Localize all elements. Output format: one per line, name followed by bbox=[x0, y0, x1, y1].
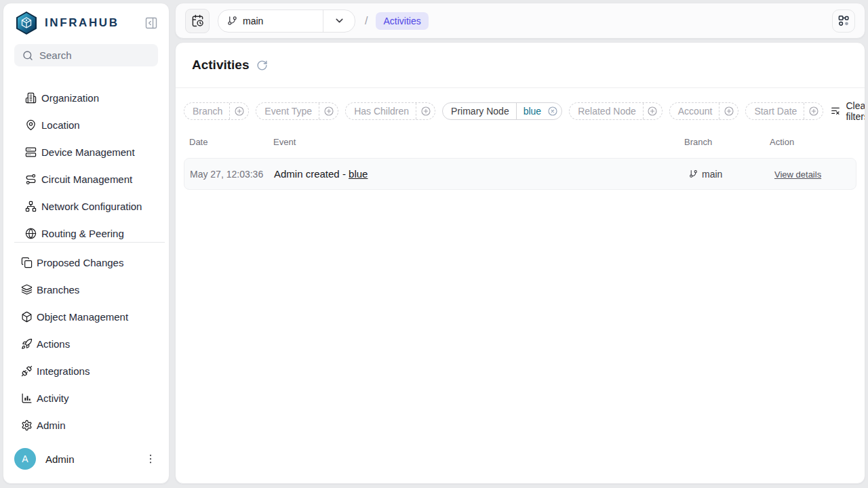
filter-chip-label: Primary Node bbox=[443, 103, 516, 119]
main-content: Activities Branch Event Type Has Childre… bbox=[175, 42, 865, 484]
sidebar-item-activity[interactable]: Activity bbox=[3, 384, 169, 411]
sidebar-item-label: Location bbox=[41, 119, 80, 131]
infrahub-logo-icon bbox=[14, 11, 39, 35]
breadcrumb-current[interactable]: Activities bbox=[376, 12, 428, 30]
add-filter-icon[interactable] bbox=[416, 103, 435, 119]
cell-action: View details bbox=[774, 168, 856, 180]
sidebar-item-label: Actions bbox=[37, 338, 70, 350]
filter-chip-label: Account bbox=[670, 103, 719, 119]
sidebar-item-object-management[interactable]: Object Management bbox=[3, 303, 169, 330]
sidebar-item-network-configuration[interactable]: Network Configuration bbox=[3, 192, 169, 220]
sidebar-item-admin[interactable]: Admin bbox=[3, 411, 169, 439]
git-branch-icon bbox=[689, 169, 698, 178]
sidebar-nav-schema: Organization Location Device Management … bbox=[3, 84, 169, 242]
remove-filter-icon[interactable] bbox=[544, 103, 561, 119]
building-icon bbox=[25, 92, 37, 104]
globe-icon bbox=[25, 228, 37, 239]
column-header-action: Action bbox=[770, 137, 851, 147]
sidebar-item-proposed-changes[interactable]: Proposed Changes bbox=[3, 249, 169, 276]
chevron-down-icon bbox=[334, 15, 345, 26]
clear-filters-button[interactable]: Clear filters bbox=[830, 100, 865, 122]
filter-chip-event-type[interactable]: Event Type bbox=[256, 102, 338, 120]
panel-collapse-icon bbox=[144, 16, 158, 30]
sidebar-item-label: Branches bbox=[37, 284, 79, 296]
filter-chip-label: Branch bbox=[184, 103, 229, 119]
event-text: Admin created - bbox=[274, 168, 349, 180]
table-row[interactable]: May 27, 12:03:36 Admin created - blue ma… bbox=[184, 158, 856, 190]
schema-workflow-button[interactable] bbox=[832, 9, 855, 33]
sidebar-item-label: Network Configuration bbox=[41, 201, 142, 212]
sidebar-item-routing-peering[interactable]: Routing & Peering bbox=[3, 220, 169, 242]
filter-chip-label: Start Date bbox=[746, 103, 804, 119]
add-filter-icon[interactable] bbox=[230, 103, 248, 119]
time-travel-button[interactable] bbox=[185, 9, 210, 33]
git-branch-icon bbox=[227, 16, 237, 26]
cell-date: May 27, 12:03:36 bbox=[190, 169, 274, 180]
event-node-link[interactable]: blue bbox=[349, 168, 368, 180]
sidebar-divider bbox=[14, 242, 165, 243]
table-header-row: Date Event Branch Action bbox=[184, 130, 856, 157]
sidebar-item-label: Object Management bbox=[37, 311, 128, 323]
add-filter-icon[interactable] bbox=[644, 103, 662, 119]
sidebar-collapse-button[interactable] bbox=[143, 15, 159, 31]
sidebar-item-circuit-management[interactable]: Circuit Management bbox=[3, 165, 169, 192]
filter-chip-label: Related Node bbox=[570, 103, 643, 119]
filter-chip-start-date[interactable]: Start Date bbox=[745, 102, 823, 120]
filter-chip-account[interactable]: Account bbox=[669, 102, 739, 120]
search-input-container[interactable]: ^K bbox=[14, 44, 158, 66]
add-filter-icon[interactable] bbox=[719, 103, 738, 119]
page-title: Activities bbox=[192, 58, 249, 73]
sidebar-item-location[interactable]: Location bbox=[3, 111, 169, 138]
kebab-menu-icon bbox=[144, 453, 157, 465]
refresh-icon bbox=[256, 60, 268, 71]
profile-menu-button[interactable] bbox=[143, 451, 158, 466]
route-icon bbox=[25, 174, 37, 185]
cube-icon bbox=[21, 311, 33, 323]
avatar: A bbox=[14, 448, 36, 470]
filter-chip-label: Has Children bbox=[346, 103, 416, 119]
gear-icon bbox=[21, 420, 33, 431]
filter-chip-has-children[interactable]: Has Children bbox=[345, 102, 435, 120]
filters-bar: Branch Event Type Has Children Primary N… bbox=[176, 88, 865, 130]
sidebar-item-label: Device Management bbox=[41, 146, 135, 158]
topbar: main / Activities bbox=[175, 3, 865, 39]
search-input[interactable] bbox=[39, 49, 174, 61]
sidebar-item-organization[interactable]: Organization bbox=[3, 84, 169, 111]
network-icon bbox=[25, 201, 37, 212]
brand-wordmark: INFRAHUB bbox=[45, 16, 143, 30]
filter-x-icon bbox=[830, 106, 841, 117]
sidebar-item-label: Proposed Changes bbox=[37, 257, 123, 268]
refresh-button[interactable] bbox=[256, 60, 268, 71]
add-filter-icon[interactable] bbox=[804, 103, 823, 119]
sidebar-item-label: Circuit Management bbox=[41, 174, 132, 185]
filter-chip-related-node[interactable]: Related Node bbox=[569, 102, 663, 120]
sidebar-item-label: Routing & Peering bbox=[41, 228, 124, 239]
branch-name: main bbox=[243, 16, 263, 26]
branch-selector-toggle[interactable] bbox=[323, 10, 355, 32]
sidebar-item-label: Admin bbox=[37, 420, 66, 431]
sidebar-item-branches[interactable]: Branches bbox=[3, 276, 169, 303]
search-icon bbox=[22, 50, 33, 61]
view-details-link[interactable]: View details bbox=[774, 169, 821, 180]
calendar-clock-icon bbox=[191, 14, 204, 27]
profile-name: Admin bbox=[45, 453, 134, 465]
page-header: Activities bbox=[176, 43, 865, 88]
user-profile-row[interactable]: A Admin bbox=[3, 439, 169, 483]
layers-icon bbox=[21, 284, 33, 296]
column-header-branch: Branch bbox=[684, 137, 770, 147]
bar-chart-icon bbox=[21, 392, 33, 404]
activities-table: Date Event Branch Action May 27, 12:03:3… bbox=[176, 130, 865, 190]
sidebar: INFRAHUB ^K Organization Location Device… bbox=[3, 3, 170, 484]
sidebar-nav-app: Proposed Changes Branches Object Managem… bbox=[3, 249, 169, 439]
sidebar-item-actions[interactable]: Actions bbox=[3, 330, 169, 357]
sidebar-item-device-management[interactable]: Device Management bbox=[3, 138, 169, 165]
branch-selector[interactable]: main bbox=[218, 9, 355, 33]
sidebar-item-label: Organization bbox=[41, 92, 99, 104]
sidebar-item-integrations[interactable]: Integrations bbox=[3, 357, 169, 384]
map-pin-icon bbox=[25, 119, 37, 131]
sidebar-item-label: Integrations bbox=[37, 365, 90, 377]
filter-chip-primary-node-active[interactable]: Primary Node blue bbox=[442, 102, 562, 120]
add-filter-icon[interactable] bbox=[319, 103, 338, 119]
cell-branch: main bbox=[689, 169, 774, 180]
filter-chip-branch[interactable]: Branch bbox=[184, 102, 249, 120]
